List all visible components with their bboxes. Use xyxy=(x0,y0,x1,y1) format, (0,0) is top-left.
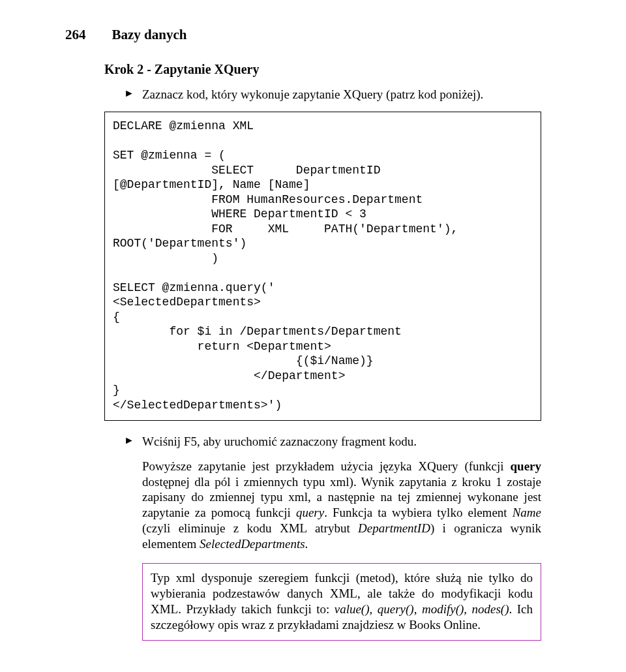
explanation-paragraph: Powyższe zapytanie jest przykładem użyci… xyxy=(142,459,541,552)
instruction-item: Zaznacz kod, który wykonuje zapytanie XQ… xyxy=(124,87,561,102)
tip-box: Typ xml dysponuje szeregiem funkcji (met… xyxy=(142,563,541,641)
instruction-list-mid: Wciśnij F5, aby uruchomić zaznaczony fra… xyxy=(124,434,561,450)
page-header: 264 Bazy danych xyxy=(65,26,561,43)
book-section: Bazy danych xyxy=(112,26,187,43)
code-block: DECLARE @zmienna XML SET @zmienna = ( SE… xyxy=(104,112,541,421)
instruction-list-top: Zaznacz kod, który wykonuje zapytanie XQ… xyxy=(124,87,561,102)
step-title: Krok 2 - Zapytanie XQuery xyxy=(104,61,561,78)
page-number: 264 xyxy=(65,26,86,43)
instruction-item: Wciśnij F5, aby uruchomić zaznaczony fra… xyxy=(124,434,561,450)
